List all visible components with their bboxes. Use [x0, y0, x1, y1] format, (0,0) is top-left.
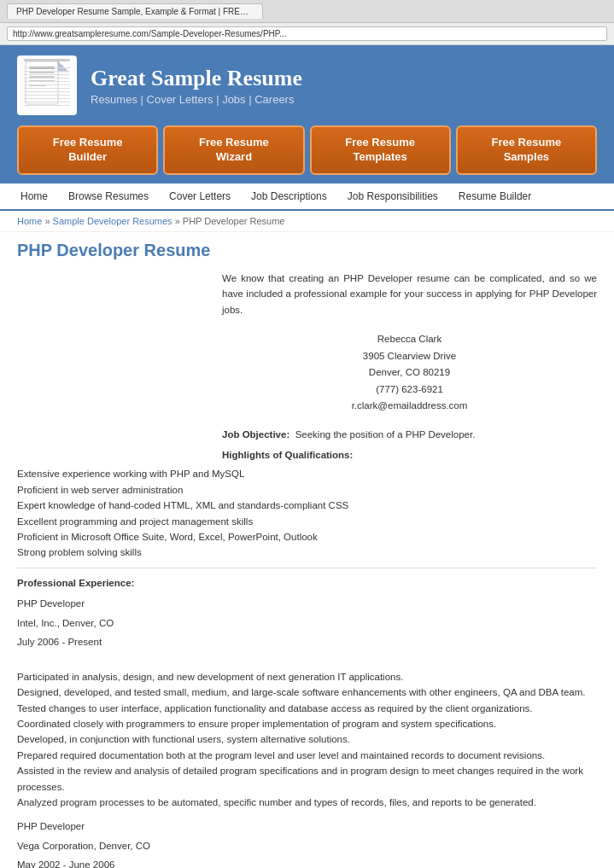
job1-b3: Tested changes to user interface, applic…: [17, 701, 597, 716]
highlight-5: Proficient in Microsoft Office Suite, Wo…: [17, 529, 597, 545]
page-title: PHP Developer Resume: [17, 241, 597, 260]
contact-address1: 3905 Clearview Drive: [222, 348, 597, 365]
contact-email: r.clark@emailaddress.com: [222, 398, 597, 415]
objective-section: Job Objective: Seeking the position of a…: [17, 427, 597, 467]
job1-b1: Participated in analysis, design, and ne…: [17, 669, 597, 684]
job1-b4: Coordinated closely with programmers to …: [17, 716, 597, 731]
objective-label: Job Objective:: [222, 429, 289, 440]
top-left-spacer: [17, 271, 222, 331]
contact-phone: (777) 623-6921: [222, 382, 597, 399]
nav-browse-resumes[interactable]: Browse Resumes: [65, 189, 152, 204]
top-section: We know that creating an PHP Developer r…: [17, 271, 597, 331]
svg-rect-0: [26, 61, 58, 104]
nav-cover-letters[interactable]: Cover Letters: [166, 189, 234, 204]
prof-exp-label: Professional Experience:: [17, 578, 134, 588]
job2-company: Vega Corporation, Denver, CO: [17, 838, 597, 853]
nav-job-descriptions[interactable]: Job Descriptions: [248, 189, 330, 204]
intro-text: We know that creating an PHP Developer r…: [222, 271, 597, 317]
job1-title: PHP Developer: [17, 596, 597, 611]
breadcrumb-parent[interactable]: Sample Developer Resumes: [53, 216, 173, 226]
nav-btn-samples[interactable]: Free ResumeSamples: [456, 125, 597, 175]
browser-bar: PHP Developer Resume Sample, Example & F…: [0, 0, 614, 23]
highlight-4: Excellent programming and project manage…: [17, 514, 597, 529]
site-logo: [17, 55, 77, 115]
nav-buttons: Free ResumeBuilder Free ResumeWizard Fre…: [0, 125, 614, 184]
breadcrumb: Home » Sample Developer Resumes » PHP De…: [0, 211, 614, 232]
address-bar[interactable]: http://www.greatsampleresume.com/Sample-…: [7, 26, 607, 41]
job1-b8: Analyzed program processes to be automat…: [17, 795, 597, 810]
resume-body: Extensive experience working with PHP an…: [17, 466, 597, 868]
contact-section: Rebecca Clark 3905 Clearview Drive Denve…: [17, 331, 597, 427]
contact-area: Rebecca Clark 3905 Clearview Drive Denve…: [222, 331, 597, 427]
page-wrapper: Great Sample Resume Resumes | Cover Lett…: [0, 45, 614, 868]
address-bar-row: http://www.greatsampleresume.com/Sample-…: [0, 23, 614, 45]
highlight-3: Expert knowledge of hand-coded HTML, XML…: [17, 498, 597, 513]
svg-rect-2: [29, 72, 55, 73]
job1-b2: Designed, developed, and tested small, m…: [17, 684, 597, 700]
highlight-6: Strong problem solving skills: [17, 545, 597, 560]
job1-b7: Assisted in the review and analysis of d…: [17, 763, 597, 795]
contact-address2: Denver, CO 80219: [222, 364, 597, 382]
contact-info: Rebecca Clark 3905 Clearview Drive Denve…: [222, 331, 597, 415]
highlights-list: Extensive experience working with PHP an…: [17, 466, 597, 560]
site-name: Great Sample Resume: [91, 66, 302, 91]
site-header: Great Sample Resume Resumes | Cover Lett…: [0, 45, 614, 125]
highlight-2: Proficient in web server administration: [17, 482, 597, 498]
browser-tab[interactable]: PHP Developer Resume Sample, Example & F…: [7, 3, 263, 19]
nav-btn-templates[interactable]: Free ResumeTemplates: [310, 125, 451, 175]
objective-text: Seeking the position of a PHP Developer.: [295, 429, 476, 440]
obj-left-spacer: [17, 427, 222, 467]
job2-title: PHP Developer: [17, 818, 597, 834]
job1-dates: July 2006 - Present: [17, 634, 597, 650]
contact-left-spacer: [17, 331, 222, 427]
nav-resume-builder[interactable]: Resume Builder: [455, 189, 535, 204]
svg-rect-4: [29, 80, 55, 82]
svg-rect-1: [29, 67, 55, 69]
job1-b5: Developed, in conjunction with functiona…: [17, 731, 597, 747]
job1-company: Intel, Inc., Denver, CO: [17, 615, 597, 631]
highlights-label: Highlights of Qualifications:: [222, 450, 353, 460]
nav-job-responsibilities[interactable]: Job Responsibilities: [344, 189, 441, 204]
site-title-area: Great Sample Resume Resumes | Cover Lett…: [91, 66, 302, 106]
top-nav: Home Browse Resumes Cover Letters Job De…: [0, 184, 614, 211]
objective-area: Job Objective: Seeking the position of a…: [222, 427, 597, 467]
svg-rect-5: [29, 84, 46, 86]
site-tagline: Resumes | Cover Letters | Jobs | Careers: [91, 93, 302, 106]
nav-btn-wizard[interactable]: Free ResumeWizard: [163, 125, 304, 175]
breadcrumb-home[interactable]: Home: [17, 216, 42, 226]
contact-name: Rebecca Clark: [222, 331, 597, 348]
breadcrumb-current: PHP Developer Resume: [183, 216, 285, 226]
divider-1: [17, 568, 597, 568]
nav-home[interactable]: Home: [17, 189, 51, 204]
intro-area: We know that creating an PHP Developer r…: [222, 271, 597, 331]
svg-rect-3: [29, 76, 55, 78]
nav-btn-builder[interactable]: Free ResumeBuilder: [17, 125, 158, 175]
job2-dates: May 2002 - June 2006: [17, 857, 597, 868]
highlight-1: Extensive experience working with PHP an…: [17, 466, 597, 481]
main-content: PHP Developer Resume We know that creati…: [0, 232, 614, 868]
svg-marker-7: [58, 61, 68, 72]
job1-bullets: Participated in analysis, design, and ne…: [17, 669, 597, 811]
job1-b6: Prepared required documentation both at …: [17, 748, 597, 763]
